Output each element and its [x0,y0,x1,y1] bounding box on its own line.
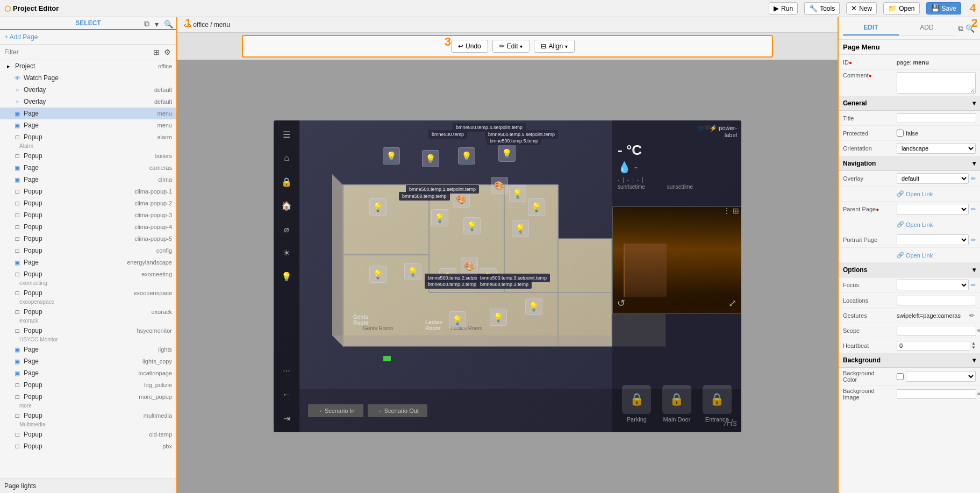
protected-checkbox[interactable] [897,130,904,137]
tree-item-popup-config[interactable]: □ Popup config [0,245,176,256]
copy-icon[interactable]: ⧉ [143,18,151,30]
camera-refresh-icon[interactable]: ↺ [617,297,625,309]
scenario-in-button[interactable]: → Scenario In [308,404,363,417]
back-arrow-icon[interactable]: ← [277,385,296,404]
camera-menu-dots[interactable]: ⋮ [723,206,731,215]
overlay-select[interactable]: default [897,173,969,184]
new-button[interactable]: ✕ New [846,2,877,15]
thermostat-icon[interactable]: ⌀ [277,219,296,239]
fp-light-4[interactable]: 💡 [498,145,516,162]
search-icon[interactable]: 🔍 [163,19,174,30]
overlay-edit-icon[interactable]: ✏ [971,175,976,182]
fp-light-1[interactable]: 💡 [383,147,400,165]
tree-item-popup-pbx[interactable]: □ Popup pbx [0,440,176,452]
tree-item-popup-cp4[interactable]: □ Popup clima-popup-4 [0,221,176,233]
menu-icon[interactable]: ☰ [277,125,296,144]
fp-light-17[interactable]: 💡 [525,298,542,315]
building-icon[interactable]: 🏠 [277,196,296,215]
lock-icon[interactable]: 🔒 [277,172,296,191]
filter-input[interactable] [4,48,150,56]
run-button[interactable]: ▶ Run [769,2,798,15]
tree-item-popup-cp1[interactable]: □ Popup clima-popup-1 [0,185,176,197]
fp-light-12[interactable]: 💡 [404,263,421,280]
section-background[interactable]: Background ▾ [839,353,980,368]
camera-fullscreen-icon[interactable]: ⤢ [728,297,736,309]
tree-item-page-clima[interactable]: ▣ Page clima [0,174,176,185]
fp-light-11[interactable]: 💡 [369,266,387,283]
tree-item-popup-oldtemp[interactable]: □ Popup old-temp [0,428,176,440]
tree-item-page-menu2[interactable]: ▣ Page menu [0,119,176,131]
parent-page-select[interactable] [897,204,969,215]
tree-item-popup-hsyco[interactable]: □ Popup hsycomonitor [0,325,176,337]
scope-edit-icon[interactable]: ✏ [976,326,980,335]
settings-icon[interactable]: ⚙ [163,47,172,58]
fp-light-2[interactable]: 💡 [422,150,439,167]
fp-light-8[interactable]: 💡 [509,185,526,202]
bg-color-select[interactable] [906,371,976,382]
parent-page-edit-icon[interactable]: ✏ [971,206,976,213]
tree-item-popup-logpulizie[interactable]: □ Popup log_pulizie [0,379,176,391]
tree-item-page-lights-copy[interactable]: ▣ Page lights_copy [0,355,176,367]
collapse-icon[interactable]: ⊞ [152,47,161,58]
tree-item-popup-exo[interactable]: □ Popup exomeeting [0,268,176,280]
panel-search-icon[interactable]: 🔍 [964,23,976,34]
edit-button[interactable]: ✏ Edit ▾ [492,40,530,53]
tree-item-overlay1[interactable]: ○ Overlay default [0,84,176,96]
tree-item-page-lights[interactable]: ▣ Page lights [0,344,176,355]
fp-light-15[interactable]: 💡 [449,311,466,328]
forward-button[interactable]: › [189,20,191,29]
portrait-open-link[interactable]: 🔗 Open Link [897,252,933,259]
tree-item-popup-exorack[interactable]: □ Popup exorack [0,306,176,318]
portrait-page-edit-icon[interactable]: ✏ [971,237,976,244]
project-root[interactable]: ▸ Project office [0,60,176,72]
fp-light-5[interactable]: 💡 [369,198,387,216]
tree-item-watchpage[interactable]: 👁 Watch Page [0,72,176,84]
tree-item-popup-alarm[interactable]: □ Popup alarm [0,131,176,143]
filter-icon[interactable]: ▾ [154,19,160,30]
canvas-content[interactable]: ☰ ⌂ 🔒 🏠 ⌀ ☀ 💡 ··· ← ⇥ [274,120,741,432]
comment-textarea[interactable] [897,72,976,94]
fp-light-16[interactable]: 💡 [490,309,507,326]
bg-image-input[interactable] [897,389,976,399]
tree-item-popup-cp3[interactable]: □ Popup clima-popup-3 [0,209,176,221]
fp-light-color2[interactable]: 🎨 [491,177,508,194]
tree-item-popup-multimedia[interactable]: □ Popup multimedia [0,410,176,421]
align-button[interactable]: ⊟ Align ▾ [534,40,575,53]
scope-input[interactable] [897,326,976,335]
bulb-icon[interactable]: 💡 [277,267,296,286]
tree-item-popup-more[interactable]: □ Popup more_popup [0,391,176,403]
select-tab[interactable]: SELECT [75,19,101,27]
tree-item-overlay2[interactable]: ○ Overlay default [0,96,176,108]
open-button[interactable]: 📁 Open [883,2,919,15]
tree-item-popup-boilers[interactable]: □ Popup boilers [0,150,176,162]
exit-icon[interactable]: ⇥ [277,409,296,428]
parent-open-link[interactable]: 🔗 Open Link [897,221,933,228]
scenario-out-button[interactable]: → Scenario Out [368,404,427,417]
tools-button[interactable]: 🔧 Tools [804,2,840,15]
focus-select[interactable] [897,280,969,290]
save-button[interactable]: 💾 Save [926,2,961,15]
focus-edit-icon[interactable]: ✏ [971,282,976,289]
gestures-edit-icon[interactable]: ✏ [968,311,976,320]
locations-input[interactable] [897,296,976,305]
section-general[interactable]: General ▾ [839,96,980,111]
section-navigation[interactable]: Navigation ▾ [839,156,980,171]
tree-item-page-menu[interactable]: ▣ Page menu [0,108,176,119]
title-input[interactable] [897,113,976,123]
fp-light-color3[interactable]: 🎨 [461,258,478,275]
orientation-select[interactable]: landscape portrait [897,143,976,154]
tab-add[interactable]: ADD [899,20,955,35]
heartbeat-input[interactable] [897,341,970,351]
fp-light-7[interactable]: 💡 [463,217,481,234]
camera-grid-icon[interactable]: ⊞ [733,206,739,215]
heartbeat-down[interactable]: ▼ [971,346,976,350]
ellipsis-icon[interactable]: ··· [277,361,296,381]
tree-item-popup-cp5[interactable]: □ Popup clima-popup-5 [0,233,176,245]
panel-copy-icon[interactable]: ⧉ [957,23,964,34]
home-icon[interactable]: ⌂ [277,148,296,168]
bg-image-edit-icon[interactable]: ✏ [976,389,980,399]
fp-light-6[interactable]: 💡 [431,209,448,226]
tree-item-popup-cp2[interactable]: □ Popup clima-popup-2 [0,197,176,209]
fp-light-9[interactable]: 💡 [512,220,529,237]
tree-item-page-energy[interactable]: ▣ Page energylandscape [0,256,176,268]
